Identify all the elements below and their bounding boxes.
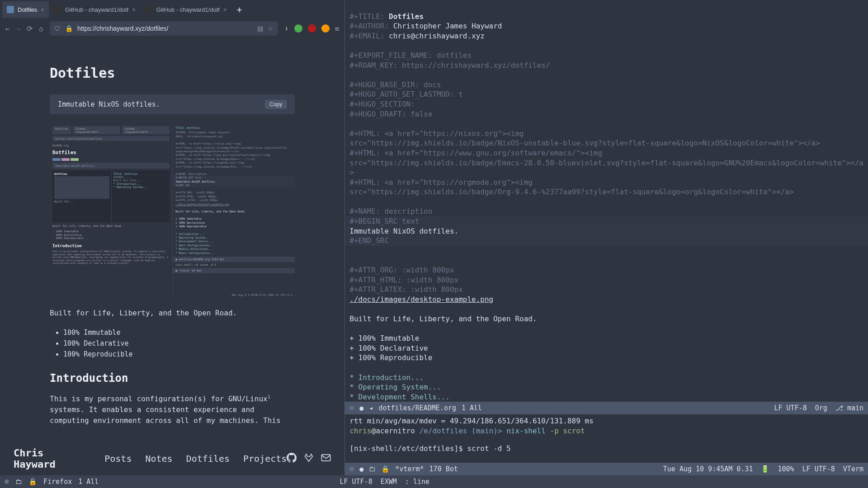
ss-r-line: EMAIL: chris@chrishayward.xyz <box>175 135 292 138</box>
ss-badge <box>61 158 70 161</box>
intro-text: systems. It enables a consistent experie… <box>50 405 281 425</box>
pocket-icon[interactable]: ⬇ <box>284 24 289 33</box>
encoding: LF UTF-8 <box>340 478 372 486</box>
gitlab-icon[interactable] <box>304 453 314 465</box>
ss-readme: README.org <box>52 144 170 147</box>
ss-r-heading: * Host Configurations... <box>175 244 292 247</box>
favicon-icon <box>7 6 14 13</box>
browser-tab[interactable]: GitHub - chayward1/dotf × <box>50 1 140 18</box>
org-line: > <box>349 168 354 177</box>
lock-icon: 🔒 <box>381 465 390 473</box>
nav-link-notes[interactable]: Notes <box>145 453 172 464</box>
ss-r-bullet: + 100% Declarative <box>175 221 292 225</box>
url-text: https://chrishayward.xyz/dotfiles/ <box>77 25 253 32</box>
editor-buffer[interactable]: #+TITLE: Dotfiles #+AUTHOR: Christopher … <box>345 0 868 402</box>
page-content[interactable]: Dotfiles Immutable NixOS dotfiles. Copy … <box>0 38 344 442</box>
tagline: Built for Life, Liberty, and the Open Ro… <box>50 309 295 317</box>
ss-r-line: TITLE: Dotfiles <box>175 126 292 130</box>
close-icon[interactable]: × <box>41 6 44 13</box>
org-heading[interactable]: * Operating System... <box>349 383 441 391</box>
ss-status: Mon Aug 9 6:07PM 0.23 100% LF UTF-8 ∅ <box>232 293 292 296</box>
nav-link-posts[interactable]: Posts <box>104 453 132 464</box>
extension-icon[interactable] <box>308 24 316 33</box>
org-bullet: + 100% Immutable <box>349 334 419 343</box>
extension-icon[interactable] <box>321 24 330 33</box>
bookmark-icon[interactable]: ☆ <box>268 25 274 32</box>
org-link[interactable]: ./docs/images/desktop-example.png <box>349 295 493 304</box>
code-text: Immutable NixOS dotfiles. <box>58 100 160 108</box>
reload-icon[interactable]: ⟳ <box>27 24 33 33</box>
major-mode: Org <box>815 404 827 412</box>
buffer-name: *vterm* <box>395 465 424 473</box>
email-icon[interactable] <box>321 453 331 465</box>
battery-pct: 100% <box>778 465 794 473</box>
nav-link-dotfiles[interactable]: Dotfiles <box>186 453 230 464</box>
editor-mode-line: ● ◂ dotfiles/README.org 1 All LF UTF-8 O… <box>345 402 868 414</box>
ss-r-heading: * Emacs Configuration... <box>175 251 292 255</box>
org-line: #+HUGO_DRAFT: false <box>349 110 432 118</box>
copy-button[interactable]: Copy <box>265 100 287 109</box>
intro-text: This is my personal configuration(s) for… <box>50 394 268 403</box>
encoding: LF UTF-8 <box>774 404 807 412</box>
back-icon[interactable]: ← <box>5 24 10 33</box>
forward-icon[interactable]: → <box>16 24 21 33</box>
close-icon[interactable]: × <box>223 6 227 13</box>
org-src-content: Immutable NixOS dotfiles. <box>349 227 458 235</box>
ss-badge <box>71 158 79 161</box>
site-brand[interactable]: Chris Hayward <box>14 447 86 470</box>
tab-title: GitHub - chayward1/dotf <box>156 6 220 13</box>
major-mode: EXWM <box>381 478 397 486</box>
footnote-ref[interactable]: 1 <box>268 394 271 400</box>
home-icon[interactable]: ⌂ <box>39 24 43 33</box>
org-line: #+HTML: <a href="https://www.gnu.org/sof… <box>349 149 602 157</box>
tab-title: Dotfiles <box>18 6 37 13</box>
org-title: Dotfiles <box>389 12 424 21</box>
feature-list: 100% Immutable 100% Declarative 100% Rep… <box>50 328 295 358</box>
term-host: acernitro <box>376 427 415 435</box>
ss-tab: GitHub - chayward1/dotf... <box>122 126 170 134</box>
lock-icon: 🔒 <box>28 478 37 486</box>
nav-link-projects[interactable]: Projects <box>243 453 287 464</box>
url-bar[interactable]: 🛡 🔒 https://chrishayward.xyz/dotfiles/ ▤… <box>50 21 278 36</box>
github-icon[interactable] <box>287 453 297 465</box>
org-keyword: #+AUTHOR: <box>349 22 389 30</box>
add-tab-button[interactable]: + <box>232 4 247 15</box>
buffer-name: Firefox <box>43 478 72 486</box>
browser-tab-active[interactable]: Dotfiles × <box>2 1 49 18</box>
buffer-name: dotfiles/README.org <box>378 404 456 412</box>
cursor-position: 1 All <box>462 404 482 412</box>
ss-tab: Dotfiles <box>52 126 71 134</box>
org-line: #+ATTR_HTML: :width 800px <box>349 276 458 284</box>
ss-tab: GitHub - chayward1/dotf... <box>73 126 120 134</box>
extension-icon[interactable] <box>294 24 302 33</box>
close-icon[interactable]: × <box>132 6 136 13</box>
cursor-position: 170 Bot <box>429 465 458 473</box>
reader-icon[interactable]: ▤ <box>257 25 263 32</box>
org-bullet: + 100% Reproducible <box>349 353 432 362</box>
org-line: #+HTML: <a href="https://orgmode.org"><i… <box>349 178 533 187</box>
page-title: Dotfiles <box>50 65 295 81</box>
term-user: chris <box>349 427 371 435</box>
branch-name: main <box>847 404 863 412</box>
ss-r-heading: * Introduction... <box>175 232 292 236</box>
ss-desc: Immutable NixOS dotfiles. <box>52 163 170 169</box>
browser-tab[interactable]: GitHub - chayward1/dotf × <box>141 1 231 18</box>
datetime: Tue Aug 10 9:45AM 0.31 <box>663 465 753 473</box>
org-heading[interactable]: * Introduction... <box>349 373 424 382</box>
terminal-buffer[interactable]: rtt min/avg/max/mdev = 49.294/186.651/36… <box>345 414 868 463</box>
shield-icon: 🛡 <box>54 25 61 32</box>
org-line: #+ATTR_LATEX: :width 800px <box>349 285 462 294</box>
org-keyword: #+TITLE: <box>349 12 384 21</box>
org-line: #+EXPORT_FILE_NAME: dotfiles <box>349 51 472 60</box>
org-heading[interactable]: * Development Shells... <box>349 393 450 401</box>
ss-r-built: Built for Life, Liberty, and the Open Ro… <box>175 210 292 213</box>
terminal-mode-line: ● 🗀 🔒 *vterm* 170 Bot Tue Aug 10 9:45AM … <box>345 463 868 475</box>
org-line: #+HUGO_BASE_DIR: docs <box>349 80 441 89</box>
ss-url: github.com/chayward1/dotfiles <box>52 136 170 141</box>
org-keyword: #+EMAIL: <box>349 32 384 40</box>
global-status-bar: 🗀 🔒 Firefox 1 All LF UTF-8 EXWM : line <box>0 475 868 488</box>
menu-icon[interactable]: ≡ <box>335 24 340 33</box>
site-nav: Chris Hayward Posts Notes Dotfiles Proje… <box>0 442 344 475</box>
term-prompt: [nix-shell:/etc/dotfiles]$ <box>349 444 462 453</box>
ss-intro-text: This is my personal configuration for GN… <box>52 250 170 265</box>
